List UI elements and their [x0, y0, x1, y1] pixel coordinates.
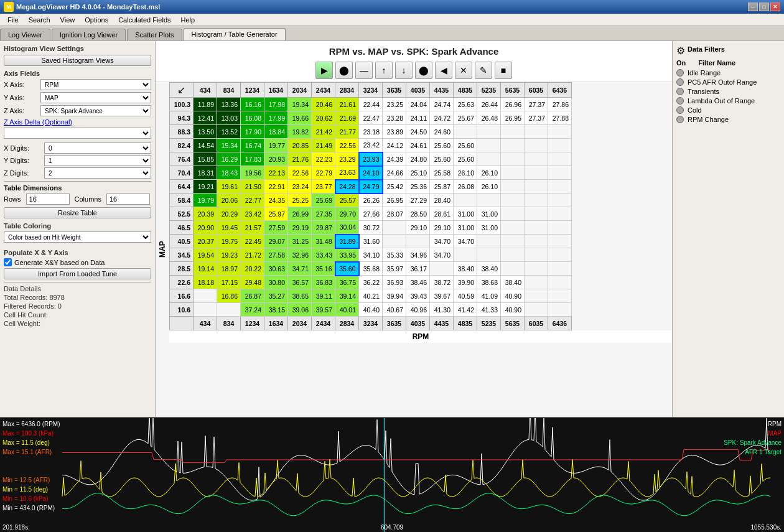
cell-13-6[interactable]: 36.75	[335, 276, 359, 289]
cell-7-6[interactable]: 25.57	[335, 194, 359, 207]
cell-0-4[interactable]: 19.34	[288, 98, 312, 111]
cell-5-3[interactable]: 22.13	[264, 166, 288, 180]
cell-13-12[interactable]: 38.68	[477, 276, 501, 289]
cell-5-6[interactable]: 23.63	[335, 166, 359, 180]
toolbar-btn-7[interactable]: ◀	[435, 62, 452, 79]
toolbar-btn-6[interactable]: ⬤	[415, 62, 432, 79]
cell-8-13[interactable]	[501, 207, 525, 221]
cell-9-7[interactable]: 30.72	[359, 221, 383, 235]
cell-9-10[interactable]: 29.10	[430, 221, 454, 235]
cell-0-2[interactable]: 16.16	[241, 98, 264, 111]
coloring-select[interactable]: Color based on Hit Weight	[4, 231, 151, 243]
cell-7-15[interactable]	[548, 194, 572, 207]
cell-5-11[interactable]: 26.10	[454, 166, 477, 180]
cell-3-15[interactable]	[548, 139, 572, 152]
cell-11-1[interactable]: 19.23	[217, 248, 241, 262]
cell-1-10[interactable]: 24.72	[430, 111, 454, 125]
y-digits-select[interactable]: 102	[44, 155, 151, 166]
toolbar-btn-1[interactable]: ▶	[315, 62, 333, 79]
cell-10-3[interactable]: 29.07	[264, 235, 288, 248]
axis-corner-btn[interactable]: ↙	[170, 83, 194, 98]
cell-6-0[interactable]: 19.21	[194, 180, 217, 194]
cell-13-15[interactable]	[548, 276, 572, 289]
cell-3-8[interactable]: 24.12	[383, 139, 406, 152]
import-from-tune-button[interactable]: Import From Loaded Tune	[4, 268, 151, 279]
cell-12-15[interactable]	[548, 262, 572, 276]
cell-11-3[interactable]: 27.58	[264, 248, 288, 262]
cell-5-1[interactable]: 18.43	[217, 166, 241, 180]
cell-9-9[interactable]: 29.10	[406, 221, 430, 235]
filter-settings-icon[interactable]: ⚙	[676, 45, 685, 57]
cell-3-6[interactable]: 22.56	[335, 139, 359, 152]
cell-6-4[interactable]: 23.24	[288, 180, 312, 194]
cols-input[interactable]: 16	[106, 194, 150, 205]
cell-9-15[interactable]	[548, 221, 572, 235]
cell-13-2[interactable]: 29.48	[241, 276, 264, 289]
cell-8-1[interactable]: 20.29	[217, 207, 241, 221]
cell-12-9[interactable]: 36.17	[406, 262, 430, 276]
toolbar-btn-8[interactable]: ✕	[455, 62, 472, 79]
cell-2-5[interactable]: 21.42	[312, 125, 335, 139]
cell-10-9[interactable]	[406, 235, 430, 248]
cell-2-2[interactable]: 17.90	[241, 125, 264, 139]
cell-13-9[interactable]: 38.46	[406, 276, 430, 289]
cell-9-6[interactable]: 30.04	[335, 221, 359, 235]
cell-11-7[interactable]: 34.10	[359, 248, 383, 262]
cell-4-2[interactable]: 17.83	[241, 152, 264, 166]
cell-11-12[interactable]	[477, 248, 501, 262]
cell-15-14[interactable]	[525, 303, 548, 317]
cell-10-0[interactable]: 20.37	[194, 235, 217, 248]
cell-9-1[interactable]: 19.45	[217, 221, 241, 235]
cell-15-3[interactable]: 38.15	[264, 303, 288, 317]
cell-7-8[interactable]: 26.95	[383, 194, 406, 207]
cell-11-15[interactable]	[548, 248, 572, 262]
cell-7-1[interactable]: 20.06	[217, 194, 241, 207]
cell-4-4[interactable]: 21.76	[288, 152, 312, 166]
cell-3-1[interactable]: 15.34	[217, 139, 241, 152]
cell-4-9[interactable]: 24.80	[406, 152, 430, 166]
cell-8-3[interactable]: 25.97	[264, 207, 288, 221]
y-axis-select[interactable]: MAP	[40, 92, 151, 103]
cell-6-1[interactable]: 19.61	[217, 180, 241, 194]
cell-14-7[interactable]: 40.21	[359, 289, 383, 303]
cell-2-10[interactable]: 24.60	[430, 125, 454, 139]
cell-9-0[interactable]: 20.90	[194, 221, 217, 235]
cell-13-10[interactable]: 38.72	[430, 276, 454, 289]
cell-12-14[interactable]	[525, 262, 548, 276]
tab-log-viewer[interactable]: Log Viewer	[0, 29, 50, 40]
cell-4-3[interactable]: 20.93	[264, 152, 288, 166]
cell-15-12[interactable]: 41.33	[477, 303, 501, 317]
cell-1-1[interactable]: 13.03	[217, 111, 241, 125]
cell-13-8[interactable]: 36.93	[383, 276, 406, 289]
cell-3-14[interactable]	[525, 139, 548, 152]
cell-14-10[interactable]: 39.67	[430, 289, 454, 303]
cell-4-11[interactable]: 25.60	[454, 152, 477, 166]
cell-5-0[interactable]: 18.31	[194, 166, 217, 180]
cell-10-2[interactable]: 22.45	[241, 235, 264, 248]
cell-0-14[interactable]: 27.37	[525, 98, 548, 111]
cell-11-5[interactable]: 33.43	[312, 248, 335, 262]
toolbar-btn-10[interactable]: ■	[495, 62, 512, 79]
cell-0-6[interactable]: 21.61	[335, 98, 359, 111]
cell-8-6[interactable]: 29.70	[335, 207, 359, 221]
menu-view[interactable]: View	[55, 15, 80, 25]
cell-5-7[interactable]: 24.10	[359, 166, 383, 180]
cell-14-4[interactable]: 38.65	[288, 289, 312, 303]
cell-6-2[interactable]: 21.50	[241, 180, 264, 194]
cell-2-4[interactable]: 19.82	[288, 125, 312, 139]
cell-9-8[interactable]	[383, 221, 406, 235]
cell-3-7[interactable]: 23.42	[359, 139, 383, 152]
cell-10-14[interactable]	[525, 235, 548, 248]
cell-7-14[interactable]	[525, 194, 548, 207]
cell-8-11[interactable]: 31.00	[454, 207, 477, 221]
cell-5-13[interactable]	[501, 166, 525, 180]
cell-8-4[interactable]: 26.99	[288, 207, 312, 221]
cell-0-12[interactable]: 26.44	[477, 98, 501, 111]
cell-12-12[interactable]: 38.40	[477, 262, 501, 276]
cell-12-2[interactable]: 20.22	[241, 262, 264, 276]
z-axis-select[interactable]: SPK: Spark Advance	[40, 105, 151, 116]
cell-14-9[interactable]: 39.43	[406, 289, 430, 303]
cell-9-3[interactable]: 27.59	[264, 221, 288, 235]
table-wrapper[interactable]: ↙ 43483412341634203424342834323436354035…	[169, 82, 672, 417]
cell-7-11[interactable]	[454, 194, 477, 207]
